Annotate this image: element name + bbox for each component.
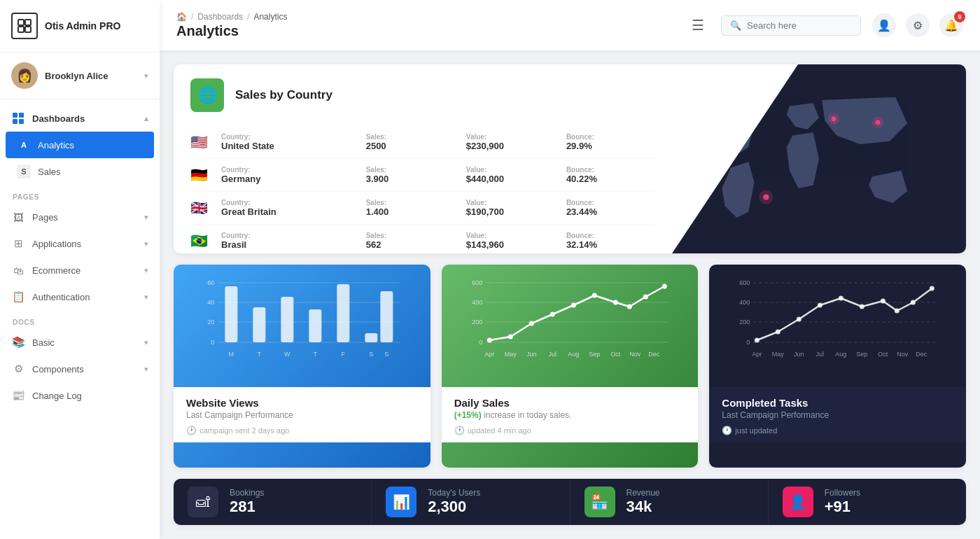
svg-rect-25 [253, 307, 265, 342]
settings-button[interactable]: ⚙ [906, 13, 930, 37]
stat-followers: 👤 Followers +91 [769, 479, 966, 525]
card-header: 🌐 Sales by Country [190, 78, 655, 112]
sales-card-title: Sales by Country [235, 88, 332, 102]
svg-text:Sep: Sep [857, 351, 868, 358]
svg-point-75 [797, 317, 802, 322]
user-profile[interactable]: 👩 Brooklyn Alice ▾ [0, 52, 160, 99]
chevron-down-icon: ▾ [144, 338, 148, 347]
search-input[interactable] [747, 20, 852, 31]
svg-text:Jul: Jul [816, 351, 825, 358]
country-name-col: Country: Brasil [221, 232, 355, 250]
chevron-down-icon: ▾ [144, 213, 148, 222]
svg-text:400: 400 [740, 299, 750, 306]
sidebar-item-analytics[interactable]: A Analytics [6, 132, 154, 158]
globe-icon: 🌐 [190, 78, 224, 112]
svg-text:40: 40 [207, 299, 214, 306]
breadcrumb-dashboards[interactable]: Dashboards [197, 12, 243, 22]
header-left: 🏠 / Dashboards / Analytics Analytics [176, 12, 680, 39]
applications-icon: ⊞ [11, 237, 25, 251]
stat-value: 281 [230, 498, 264, 516]
svg-rect-5 [19, 113, 24, 118]
stat-label: Today's Users [428, 488, 480, 498]
chart-title: Daily Sales [454, 397, 686, 409]
auth-icon: 📋 [11, 290, 25, 304]
stat-bookings: 🛋 Bookings 281 [174, 479, 372, 525]
country-name-col: Country: United State [221, 133, 355, 151]
svg-text:S: S [384, 351, 388, 358]
search-box[interactable]: 🔍 [721, 15, 861, 36]
value-col: Value: $230,900 [466, 133, 555, 151]
logo-icon [11, 13, 38, 39]
user-profile-button[interactable]: 👤 [872, 13, 896, 37]
home-icon: 🏠 [176, 12, 187, 22]
charts-row: 60 40 20 0 M T [174, 265, 966, 468]
highlight-text: (+15%) [454, 410, 482, 420]
header: 🏠 / Dashboards / Analytics Analytics ☰ 🔍… [160, 0, 980, 50]
svg-point-13 [828, 113, 840, 125]
sidebar-item-ecommerce[interactable]: 🛍 Ecommerce ▾ [0, 257, 160, 284]
sidebar-item-pages[interactable]: 🖼 Pages ▾ [0, 204, 160, 230]
sidebar-item-authentication[interactable]: 📋 Authentication ▾ [0, 284, 160, 310]
header-actions: 👤 ⚙ 🔔 9 [872, 13, 963, 37]
svg-text:F: F [342, 351, 346, 358]
svg-text:T: T [314, 351, 318, 358]
chart-footer: 🕐 updated 4 min ago [454, 426, 686, 435]
pages-icon: 🖼 [11, 210, 25, 224]
sidebar: Otis Admin PRO 👩 Brooklyn Alice ▾ Dashbo… [0, 0, 160, 539]
followers-icon: 👤 [783, 486, 813, 517]
svg-text:0: 0 [211, 339, 214, 346]
notifications-button[interactable]: 🔔 9 [939, 13, 963, 37]
svg-text:Apr: Apr [484, 351, 494, 358]
sales-col: Sales: 2500 [366, 133, 455, 151]
sidebar-label-applications: Applications [32, 239, 137, 249]
breadcrumb-analytics: Analytics [253, 12, 287, 22]
chevron-down-icon: ▾ [144, 71, 148, 80]
page-title: Analytics [176, 23, 680, 39]
sales-table-section: 🌐 Sales by Country 🇺🇸 Country: United St… [174, 64, 672, 253]
website-views-card: 60 40 20 0 M T [174, 265, 430, 468]
sidebar-item-applications[interactable]: ⊞ Applications ▾ [0, 230, 160, 257]
notification-badge: 9 [954, 11, 965, 22]
sidebar-label-pages: Pages [32, 212, 137, 223]
stat-label: Followers [825, 488, 860, 498]
sidebar-item-changelog[interactable]: 📰 Change Log [0, 382, 160, 409]
chart-subtitle: Last Campaign Performance [186, 410, 418, 420]
country-name: United State [221, 141, 355, 151]
svg-rect-7 [19, 119, 24, 124]
svg-rect-30 [380, 291, 393, 342]
sidebar-item-basic[interactable]: 📚 Basic ▾ [0, 329, 160, 356]
svg-text:600: 600 [472, 279, 482, 286]
daily-sales-card: 600 400 200 0 [442, 265, 699, 468]
svg-text:Nov: Nov [897, 351, 909, 358]
svg-text:0: 0 [747, 339, 750, 346]
sidebar-label-ecommerce: Ecommerce [32, 265, 137, 276]
svg-text:W: W [284, 351, 290, 358]
svg-text:Sep: Sep [589, 351, 600, 358]
chevron-up-icon: ▴ [144, 114, 148, 123]
flag-de: 🇩🇪 [190, 167, 210, 183]
svg-text:Dec: Dec [916, 351, 928, 358]
svg-text:600: 600 [740, 279, 750, 286]
svg-text:Nov: Nov [629, 351, 641, 358]
flag-br: 🇧🇷 [190, 232, 210, 249]
svg-rect-24 [225, 286, 237, 342]
stat-value: 34k [626, 498, 660, 516]
users-icon: 📊 [386, 486, 416, 517]
sidebar-item-dashboards[interactable]: Dashboards ▴ [0, 105, 160, 132]
sidebar-label-dashboards: Dashboards [32, 113, 137, 124]
sidebar-logo: Otis Admin PRO [0, 0, 160, 52]
avatar: 👩 [11, 62, 38, 89]
sidebar-item-sales[interactable]: S Sales [0, 158, 160, 185]
svg-point-46 [487, 338, 492, 343]
country-name-col: Country: Germany [221, 166, 355, 184]
clock-icon: 🕐 [722, 426, 732, 435]
svg-rect-29 [365, 333, 377, 342]
stat-revenue: 🏪 Revenue 34k [570, 479, 769, 525]
sidebar-item-components[interactable]: ⚙ Components ▾ [0, 356, 160, 382]
hamburger-icon[interactable]: ☰ [692, 17, 704, 34]
svg-text:S: S [369, 351, 373, 358]
svg-text:Oct: Oct [878, 351, 889, 358]
main-content: 🏠 / Dashboards / Analytics Analytics ☰ 🔍… [160, 0, 980, 539]
svg-point-50 [571, 303, 576, 308]
svg-point-54 [643, 295, 648, 300]
